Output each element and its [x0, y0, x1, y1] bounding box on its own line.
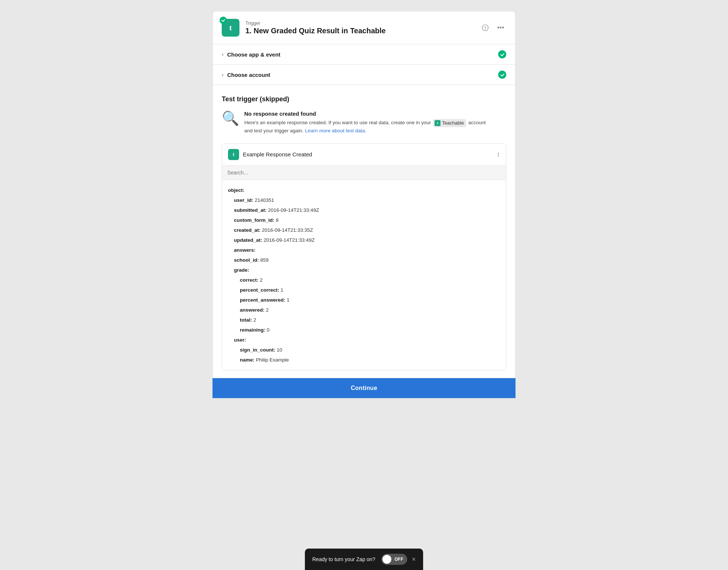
trigger-header-actions: ? ••• [480, 22, 506, 33]
no-response-heading: No response created found [244, 111, 486, 117]
app-icon-wrapper: t [222, 19, 239, 37]
field-school-id: school_id: 859 [228, 255, 500, 265]
magnifier-icon: 🔍 [222, 111, 239, 125]
teachable-chip: t Teachable [433, 119, 466, 127]
chevron-down-icon-2: › [222, 72, 224, 78]
field-answered: answered: 2 [228, 305, 500, 315]
zap-toggle-label: Ready to turn your Zap on? [312, 556, 375, 562]
example-response-card: t Example Response Created ↕ object: use… [222, 143, 506, 370]
data-fields: object: user_id: 2140351 submitted_at: 2… [222, 180, 506, 370]
zap-close-button[interactable]: × [412, 556, 416, 563]
example-response-header: t Example Response Created ↕ [222, 144, 506, 166]
field-submitted-at: submitted_at: 2016-09-14T21:33:49Z [228, 205, 500, 215]
example-app-icon: t [228, 149, 239, 160]
field-user-id: user_id: 2140351 [228, 195, 500, 205]
no-response-text: No response created found Here's an exam… [244, 111, 486, 135]
field-answers: answers: [228, 245, 500, 255]
zap-toggle-switch[interactable]: OFF [381, 554, 407, 565]
test-trigger-section: Test trigger (skipped) 🔍 No response cre… [212, 85, 516, 378]
choose-app-event-label: Choose app & event [227, 51, 280, 58]
field-remaining: remaining: 0 [228, 325, 500, 335]
toggle-off-label: OFF [391, 557, 406, 562]
teachable-chip-icon: t [435, 120, 440, 126]
no-response-body: Here's an example response created. If y… [244, 119, 486, 135]
choose-account-row[interactable]: › Choose account [212, 65, 516, 85]
trigger-check-badge [220, 17, 227, 24]
chevron-down-icon: › [222, 51, 224, 57]
field-updated-at: updated_at: 2016-09-14T21:33:49Z [228, 235, 500, 245]
field-sign-in-count: sign_in_count: 10 [228, 345, 500, 355]
no-response-block: 🔍 No response created found Here's an ex… [222, 111, 506, 135]
test-trigger-title: Test trigger (skipped) [222, 95, 506, 103]
field-name: name: Philip Example [228, 355, 500, 365]
example-response-label: Example Response Created [243, 151, 312, 157]
field-user: user: [228, 335, 500, 345]
teachable-chip-label: Teachable [442, 119, 464, 127]
field-percent-correct: percent_correct: 1 [228, 285, 500, 295]
toggle-knob [382, 555, 391, 564]
field-object: object: [228, 185, 500, 195]
choose-app-check [498, 50, 506, 58]
search-input[interactable] [227, 170, 501, 176]
field-custom-form-id: custom_form_id: 8 [228, 215, 500, 225]
choose-account-label: Choose account [227, 72, 271, 78]
choose-app-event-row[interactable]: › Choose app & event [212, 44, 516, 65]
field-percent-answered: percent_answered: 1 [228, 295, 500, 305]
field-grade: grade: [228, 265, 500, 275]
main-container: t Trigger 1. New Graded Quiz Result in T… [212, 11, 516, 398]
trigger-header: t Trigger 1. New Graded Quiz Result in T… [212, 11, 516, 44]
zap-toggle-bar: Ready to turn your Zap on? OFF × [305, 549, 423, 570]
field-total: total: 2 [228, 315, 500, 325]
choose-account-check [498, 71, 506, 79]
continue-btn-wrapper: Continue [212, 378, 516, 398]
svg-text:?: ? [484, 26, 486, 31]
ellipsis-icon: ••• [497, 24, 504, 32]
field-created-at: created_at: 2016-09-14T21:33:35Z [228, 225, 500, 235]
sort-icon[interactable]: ↕ [497, 150, 500, 158]
trigger-text-group: Trigger 1. New Graded Quiz Result in Tea… [245, 20, 386, 35]
search-box [222, 166, 506, 180]
continue-button[interactable]: Continue [212, 378, 516, 398]
field-correct: correct: 2 [228, 275, 500, 285]
trigger-title: 1. New Graded Quiz Result in Teachable [245, 27, 386, 35]
learn-more-link[interactable]: Learn more about test data. [305, 128, 366, 133]
more-options-button[interactable]: ••• [495, 22, 506, 33]
trigger-label: Trigger [245, 20, 386, 26]
help-button[interactable]: ? [480, 22, 491, 33]
